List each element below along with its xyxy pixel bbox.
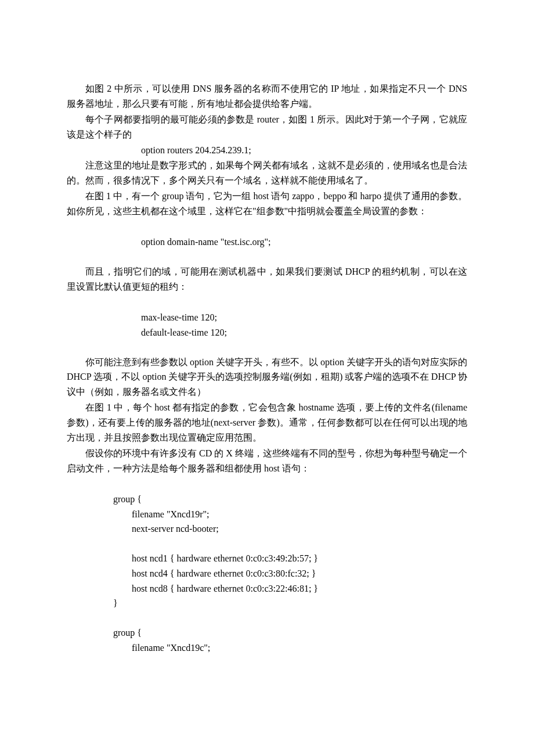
- blank-line: [67, 340, 467, 355]
- code-group-open: group {: [67, 625, 467, 640]
- paragraph: 在图 1 中，有一个 group 语句，它为一组 host 语句 zappo，b…: [67, 189, 467, 218]
- blank-line: [67, 219, 467, 235]
- document-page: 如图 2 中所示，可以使用 DNS 服务器的名称而不使用它的 IP 地址，如果指…: [0, 0, 534, 756]
- paragraph: 在图 1 中，每个 host 都有指定的参数，它会包含象 hostname 选项…: [67, 400, 467, 445]
- paragraph: 你可能注意到有些参数以 option 关键字开头，有些不。以 option 关键…: [67, 355, 467, 399]
- paragraph: 而且，指明它们的域，可能用在测试机器中，如果我们要测试 DHCP 的租约机制，可…: [67, 264, 467, 294]
- blank-line: [67, 611, 467, 626]
- blank-line: [67, 537, 467, 552]
- code-line: option routers 204.254.239.1;: [67, 143, 467, 158]
- paragraph: 如图 2 中所示，可以使用 DNS 服务器的名称而不使用它的 IP 地址，如果指…: [67, 81, 467, 111]
- code-line: default-lease-time 120;: [67, 325, 467, 340]
- code-line: host ncd8 { hardware ethernet 0:c0:c3:22…: [67, 581, 467, 596]
- code-line: max-lease-time 120;: [67, 310, 467, 325]
- code-line: filename "Xncd19c";: [67, 640, 467, 656]
- code-group-close: }: [67, 596, 467, 611]
- code-line: host ncd1 { hardware ethernet 0:c0:c3:49…: [67, 551, 467, 566]
- blank-line: [67, 250, 467, 265]
- paragraph: 注意这里的地址是数字形式的，如果每个网关都有域名，这就不是必须的，使用域名也是合…: [67, 158, 467, 188]
- code-line: host ncd4 { hardware ethernet 0:c0:c3:80…: [67, 566, 467, 581]
- blank-line: [67, 477, 467, 492]
- paragraph: 每个子网都要指明的最可能必须的参数是 router，如图 1 所示。因此对于第一…: [67, 112, 467, 142]
- code-group-open: group {: [67, 492, 467, 507]
- blank-line: [67, 295, 467, 310]
- paragraph: 假设你的环境中有许多没有 CD 的 X 终端，这些终端有不同的型号，你想为每种型…: [67, 446, 467, 476]
- code-line: filename "Xncd19r";: [67, 507, 467, 522]
- code-line: next-server ncd-booter;: [67, 521, 467, 537]
- code-line: option domain-name "test.isc.org";: [67, 235, 467, 250]
